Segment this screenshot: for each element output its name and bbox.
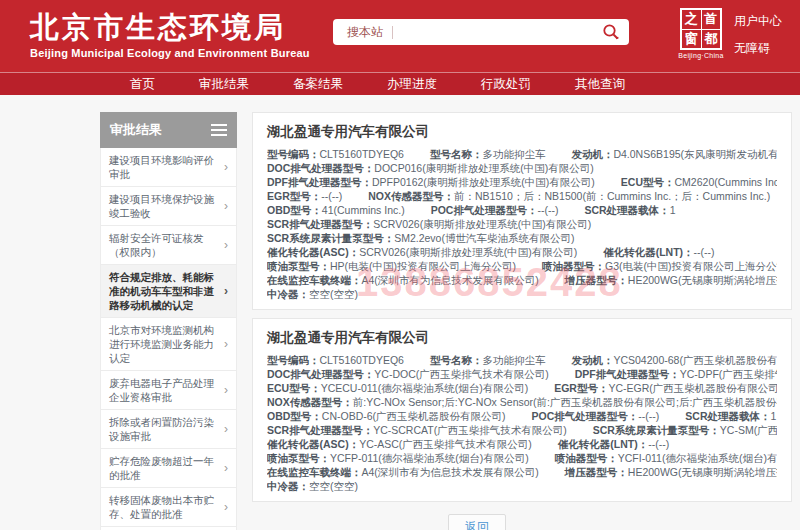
spec-field: EGR型号：--(--) [267, 190, 342, 202]
spec-field: POC排气处理器型号：--(--) [431, 204, 559, 216]
spec-line: NOX传感器型号：前:YC-NOx Sensor;后:YC-NOx Sensor… [267, 395, 777, 409]
spec-line: 在线监控车载终端：A4(深圳市有为信息技术发展有限公司)增压器型号：HE200W… [267, 273, 777, 287]
spec-field: OBD型号：CN-OBD-6(广西玉柴机器股份有限公司) [267, 410, 506, 422]
spec-line: OBD型号：41(Cummins Inc.)POC排气处理器型号：--(--)S… [267, 203, 777, 217]
chevron-right-icon: › [224, 422, 228, 436]
spec-field: DPF排气处理器型号：DPFP0162(康明斯排放处理系统(中国)有限公司) [267, 176, 595, 188]
spec-field: 催化转化器(ASC)：SCRV026(康明斯排放处理系统(中国)有限公司) [267, 246, 577, 258]
sidebar-item-2[interactable]: 辐射安全许可证核发（权限内）› [101, 226, 236, 265]
result-card-1: 湖北盈通专用汽车有限公司型号编码：CLT5160TDYEQ6型号名称：多功能抑尘… [252, 318, 792, 502]
sidebar-item-4[interactable]: 北京市对环境监测机构进行环境监测业务能力认定› [101, 318, 236, 371]
sidebar-item-7[interactable]: 贮存危险废物超过一年的批准› [101, 449, 236, 488]
back-row: 返回 [252, 514, 702, 530]
search-button[interactable] [602, 23, 629, 41]
nav-item-5[interactable]: 其他查询 [575, 76, 625, 93]
sidebar-header: 审批结果 [100, 112, 237, 148]
spec-line: DPF排气处理器型号：DPFP0162(康明斯排放处理系统(中国)有限公司)EC… [267, 175, 777, 189]
site-title: 北京市生态环境局 [30, 11, 310, 43]
main-content: 湖北盈通专用汽车有限公司型号编码：CLT5160TDYEQ6型号名称：多功能抑尘… [252, 112, 792, 530]
search-input[interactable] [393, 19, 602, 45]
page: 北京市生态环境局 Beijing Municipal Ecology and E… [0, 0, 800, 530]
spec-line: 型号编码：CLT5160TDYEQ6型号名称：多功能抑尘车发动机：D4.0NS6… [267, 147, 777, 161]
spec-field: NOX传感器型号：前：NB1510；后：NB1500(前：Cummins Inc… [368, 190, 770, 202]
spec-line: DOC排气处理器型号：YC-DOC(广西玉柴排气技术有限公司)DPF排气处理器型… [267, 367, 777, 381]
logo-char: 之 [682, 10, 701, 29]
spec-line: 在线监控车载终端：A4(深圳市有为信息技术发展有限公司)增压器型号：HE200W… [267, 465, 777, 479]
logo-caption: Beijing·China [678, 52, 724, 59]
spec-field: POC排气处理器型号：--(--) [532, 410, 660, 422]
spec-field: EGR型号：YC-EGR(广西玉柴机器股份有限公司) [554, 382, 777, 394]
chevron-right-icon: › [224, 238, 228, 252]
chevron-right-icon: › [224, 383, 228, 397]
sidebar-item-5[interactable]: 废弃电器电子产品处理企业资格审批› [101, 371, 236, 410]
sidebar-item-label: 建设项目环境影响评价审批 [109, 153, 220, 181]
spec-field: 催化转化器(LNT)：--(--) [558, 438, 669, 450]
sidebar-item-3[interactable]: 符合规定排放、耗能标准的机动车车型和非道路移动机械的认定› [101, 265, 236, 318]
nav-item-3[interactable]: 办理进度 [387, 76, 437, 93]
capital-window-logo-grid: 之 首 窗 都 [680, 8, 722, 50]
logo-char: 都 [702, 30, 721, 49]
spec-field: SCR处理器载体：1 [685, 410, 776, 422]
spec-field: 增压器型号：HE200WG(无锡康明斯涡轮增压技术有限公司) [565, 466, 777, 478]
nav-item-0[interactable]: 首页 [130, 76, 155, 93]
chevron-right-icon: › [224, 284, 228, 298]
chevron-right-icon: › [224, 160, 228, 174]
spec-line: 型号编码：CLT5160TDYEQ6型号名称：多功能抑尘车发动机：YCS0420… [267, 353, 777, 367]
user-center-link[interactable]: 用户中心 [734, 13, 782, 30]
spec-field: 催化转化器(LNT)：--(--) [603, 246, 714, 258]
menu-icon[interactable] [211, 121, 227, 139]
spec-field: DPF排气处理器型号：YC-DPF(广西玉柴排气技术有限公司) [575, 368, 777, 380]
capital-window-logo[interactable]: 之 首 窗 都 Beijing·China [678, 8, 724, 59]
sidebar-item-list: 建设项目环境影响评价审批›建设项目环境保护设施竣工验收›辐射安全许可证核发（权限… [100, 148, 237, 530]
sidebar-item-label: 建设项目环境保护设施竣工验收 [109, 192, 220, 220]
nav-item-1[interactable]: 审批结果 [199, 76, 249, 93]
chevron-right-icon: › [224, 199, 228, 213]
spec-field: ECU型号：YCECU-011(德尔福柴油系统(烟台)有限公司) [267, 382, 528, 394]
spec-line: DOC排气处理器型号：DOCP016(康明斯排放处理系统(中国)有限公司) [267, 161, 777, 175]
spec-field: 喷油泵型号：YCFP-011(德尔福柴油系统(烟台)有限公司) [267, 452, 529, 464]
sidebar-item-label: 北京市对环境监测机构进行环境监测业务能力认定 [109, 323, 220, 365]
spec-field: DOC排气处理器型号：DOCP016(康明斯排放处理系统(中国)有限公司) [267, 162, 594, 174]
back-button[interactable]: 返回 [448, 514, 506, 530]
site-search-box[interactable]: 搜本站 [333, 19, 629, 45]
logo-char: 首 [702, 10, 721, 29]
spec-line: 喷油泵型号：HP(电装(中国)投资有限公司上海分公司)喷油器型号：G3(电装(中… [267, 259, 777, 273]
spec-line: 中冷器：空空(空空) [267, 287, 777, 301]
sidebar-item-8[interactable]: 转移固体废物出本市贮存、处置的批准› [101, 488, 236, 527]
sidebar-item-label: 转移固体废物出本市贮存、处置的批准 [109, 493, 220, 521]
spec-field: 型号名称：多功能抑尘车 [430, 354, 546, 366]
chevron-right-icon: › [224, 337, 228, 351]
sidebar-item-1[interactable]: 建设项目环境保护设施竣工验收› [101, 187, 236, 226]
spec-line: ECU型号：YCECU-011(德尔福柴油系统(烟台)有限公司)EGR型号：YC… [267, 381, 777, 395]
spec-field: NOX传感器型号：前:YC-NOx Sensor;后:YC-NOx Sensor… [267, 396, 777, 408]
spec-field: 在线监控车载终端：A4(深圳市有为信息技术发展有限公司) [267, 466, 539, 478]
chevron-right-icon: › [224, 461, 228, 475]
company-title: 湖北盈通专用汽车有限公司 [267, 123, 777, 141]
accessibility-link[interactable]: 无障碍 [734, 40, 782, 57]
spec-field: 喷油器型号：YCFI-011(德尔福柴油系统(烟台)有限公司) [555, 452, 777, 464]
spec-field: 增压器型号：HE200WG(无锡康明斯涡轮增压技术有限公司) [565, 274, 777, 286]
spec-field: OBD型号：41(Cummins Inc.) [267, 204, 405, 216]
spec-line: SCR排气处理器型号：SCRV026(康明斯排放处理系统(中国)有限公司) [267, 217, 777, 231]
nav-item-4[interactable]: 行政处罚 [481, 76, 531, 93]
sidebar-item-6[interactable]: 拆除或者闲置防治污染设施审批› [101, 410, 236, 449]
spec-field: 中冷器：空空(空空) [267, 480, 358, 492]
sidebar: 审批结果 建设项目环境影响评价审批›建设项目环境保护设施竣工验收›辐射安全许可证… [100, 112, 237, 530]
spec-line: OBD型号：CN-OBD-6(广西玉柴机器股份有限公司)POC排气处理器型号：-… [267, 409, 777, 423]
sidebar-item-0[interactable]: 建设项目环境影响评价审批› [101, 148, 236, 187]
spec-field: SCR处理器载体：1 [584, 204, 675, 216]
spec-field: ECU型号：CM2620(Cummins Inc.) [621, 176, 777, 188]
logo-char: 窗 [682, 30, 701, 49]
spec-line: EGR型号：--(--)NOX传感器型号：前：NB1510；后：NB1500(前… [267, 189, 777, 203]
spec-line: 催化转化器(ASC)：SCRV026(康明斯排放处理系统(中国)有限公司)催化转… [267, 245, 777, 259]
site-brand: 北京市生态环境局 Beijing Municipal Ecology and E… [30, 11, 310, 59]
spec-line: 喷油泵型号：YCFP-011(德尔福柴油系统(烟台)有限公司)喷油器型号：YCF… [267, 451, 777, 465]
spec-line: SCR系统尿素计量泵型号：SM2.2evo(博世汽车柴油系统有限公司) [267, 231, 777, 245]
nav-item-2[interactable]: 备案结果 [293, 76, 343, 93]
corner-links: 用户中心 无障碍 [734, 8, 782, 59]
spec-field: 发动机：D4.0NS6B195(东风康明斯发动机有限公司) [571, 148, 777, 160]
sidebar-title: 审批结果 [110, 121, 162, 139]
site-header: 北京市生态环境局 Beijing Municipal Ecology and E… [0, 0, 800, 72]
site-subtitle: Beijing Municipal Ecology and Environmen… [30, 47, 310, 59]
spec-field: 发动机：YCS04200-68(广西玉柴机器股份有限公司) [571, 354, 777, 366]
